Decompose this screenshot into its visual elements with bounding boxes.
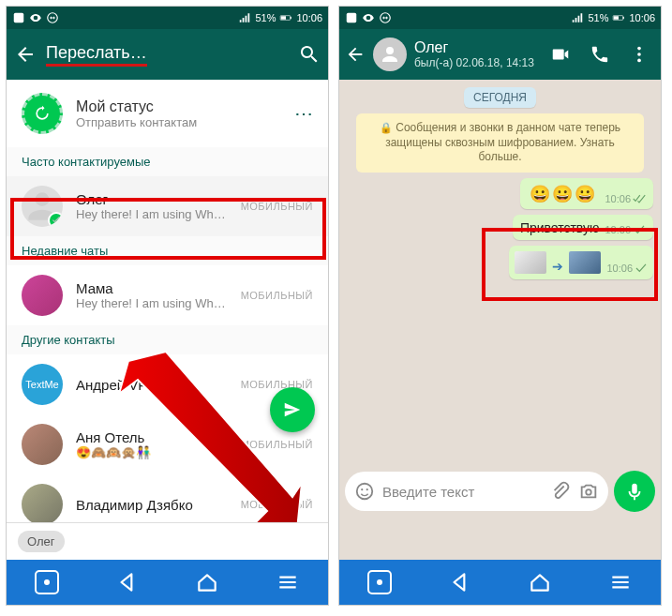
contact-type: МОБИЛЬНЫЙ [241,499,313,510]
search-icon[interactable] [298,43,321,66]
clock-text: 10:06 [629,12,655,23]
teamviewer-icon [379,11,392,24]
home-nav-icon[interactable] [528,570,552,594]
battery-icon [279,11,292,24]
android-nav-bar [339,560,661,605]
image-thumb-icon [515,251,546,274]
contact-sub: Hey there! I am using WhatsApp. [76,296,228,310]
home-nav-icon[interactable] [195,570,219,594]
svg-rect-10 [623,17,624,19]
chat-input-bar: Введите текст [339,468,661,515]
eye-icon [362,11,375,24]
phone-chat-screen: 51% 10:06 Олег был(-а) 02.06.18, 14:13 С… [338,6,662,606]
contact-type: МОБИЛЬНЫЙ [241,379,313,390]
chat-contact-name: Олег [414,39,537,56]
contact-name: Мама [76,280,228,296]
contact-type: МОБИЛЬНЫЙ [241,201,313,212]
message-out-image[interactable]: ➔ 10:06 [509,246,653,279]
avatar [22,186,63,227]
message-text: Приветствую [520,220,600,235]
contact-row-vlad[interactable]: Владимир Дзябко МОБИЛЬНЫЙ [7,474,328,522]
recent-nav-icon[interactable] [608,570,633,594]
chat-last-seen: был(-а) 02.06.18, 14:13 [414,56,537,69]
svg-point-12 [637,53,641,56]
forward-arrow-icon: ➔ [552,259,563,274]
svg-rect-9 [614,16,619,20]
back-nav-icon[interactable] [448,570,472,594]
contact-name: Олег [76,191,228,207]
selected-chip[interactable]: Олег [18,531,65,552]
more-horiz-icon[interactable]: ⋯ [294,102,313,125]
emoji-icon[interactable] [354,481,375,502]
status-title: Мой статус [76,98,197,115]
teamviewer-nav-icon[interactable] [367,570,392,594]
battery-icon [612,11,625,24]
svg-point-13 [637,59,641,63]
voice-call-icon[interactable] [590,44,610,65]
status-subtitle: Отправить контактам [76,115,197,129]
contact-name: Андрей VPSEOS [76,377,228,393]
svg-point-16 [366,488,368,490]
status-bar: 51% 10:06 [339,7,661,29]
svg-point-11 [637,47,641,51]
chat-area: СЕГОДНЯ 🔒 Сообщения и звонки в данном ча… [339,80,661,560]
video-call-icon[interactable] [550,44,571,65]
status-avatar [22,93,63,134]
contact-row-oleg[interactable]: Олег Hey there! I am using WhatsApp. МОБ… [7,176,328,236]
contact-name: Аня Отель [76,429,228,445]
message-out[interactable]: 😀😀😀 10:06 [520,178,653,209]
svg-rect-0 [14,13,24,23]
contact-type: МОБИЛЬНЫЙ [241,439,313,450]
attach-icon[interactable] [550,481,571,502]
android-nav-bar [7,560,328,605]
contact-name: Владимир Дзябко [76,497,228,513]
avatar: TextMe [22,364,63,405]
msg-time: 10:06 [605,193,631,204]
mic-button[interactable] [614,471,655,512]
svg-point-14 [357,484,373,500]
message-out[interactable]: Приветствую 10:06 [513,215,653,240]
input-placeholder: Введите текст [382,484,543,500]
contact-row-mama[interactable]: Мама Hey there! I am using WhatsApp. МОБ… [7,265,328,325]
back-nav-icon[interactable] [115,570,140,594]
more-vert-icon[interactable] [629,44,650,65]
svg-point-15 [361,488,363,490]
back-arrow-icon[interactable] [14,43,37,66]
chat-app-bar: Олег был(-а) 02.06.18, 14:13 [339,29,661,80]
encryption-notice[interactable]: 🔒 Сообщения и звонки в данном чате тепер… [356,113,644,173]
avatar [22,275,63,316]
image-thumb-icon [569,251,601,274]
single-tick-icon [633,225,646,234]
contact-type: МОБИЛЬНЫЙ [241,290,313,301]
svg-rect-4 [291,17,291,19]
my-status-row[interactable]: Мой статус Отправить контактам ⋯ [7,80,328,147]
selection-bar: Олег [7,522,328,560]
teamviewer-icon [46,11,59,24]
phone-forward-screen: 51% 10:06 Переслать… Мой статус Отправит… [6,6,329,606]
teamviewer-nav-icon[interactable] [35,570,59,594]
status-bar: 51% 10:06 [7,7,328,29]
single-tick-icon [635,263,648,273]
recent-nav-icon[interactable] [276,570,300,594]
send-fab[interactable] [270,387,315,432]
double-tick-icon [633,194,646,203]
message-text: 😀😀😀 [528,184,599,204]
contact-sub: Hey there! I am using WhatsApp. [76,207,228,221]
app-icon [345,11,358,24]
chat-title-col[interactable]: Олег был(-а) 02.06.18, 14:13 [414,39,537,69]
back-arrow-icon[interactable] [345,44,366,65]
message-input[interactable]: Введите текст [345,472,608,511]
msg-time: 10:06 [605,224,631,235]
check-icon [48,212,63,227]
battery-text: 51% [588,12,608,23]
section-frequent: Часто контактируемые [7,147,328,176]
eye-icon [29,11,42,24]
svg-rect-6 [347,13,357,23]
camera-icon[interactable] [578,481,599,502]
app-bar: Переслать… [7,29,328,80]
date-pill: СЕГОДНЯ [464,87,536,108]
clock-text: 10:06 [296,12,322,23]
chat-avatar[interactable] [373,38,407,71]
avatar [22,424,63,465]
svg-point-17 [586,489,591,495]
